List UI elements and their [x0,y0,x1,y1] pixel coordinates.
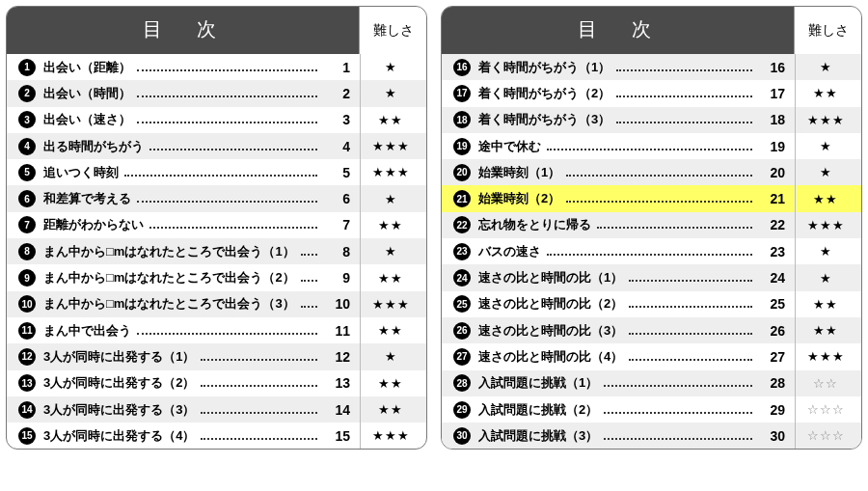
toc-row[interactable]: 29入試問題に挑戦（2）29☆☆☆ [442,396,861,423]
leader-dots [629,306,752,308]
row-title: 速さの比と時間の比（2） [478,295,623,313]
row-stars: ★★ [363,218,419,232]
toc-row[interactable]: 4出る時間がちがう4★★★ [7,133,426,159]
toc-row[interactable]: 19途中で休む19★ [442,133,861,159]
toc-row[interactable]: 10まん中から□mはなれたところで出会う（3）10★★★ [7,291,426,317]
row-title: 入試問題に挑戦（2） [478,401,598,419]
row-page: 8 [323,244,354,259]
column-divider [795,80,796,106]
toc-row[interactable]: 20始業時刻（1）20★ [442,159,861,185]
toc-row[interactable]: 8まん中から□mはなれたところで出会う（1）8★ [7,238,426,264]
leader-dots [616,95,752,97]
column-divider [795,159,796,185]
toc-row[interactable]: 123人が同時に出発する（1）12★ [7,343,426,369]
toc-row[interactable]: 9まん中から□mはなれたところで出会う（2）9★★ [7,264,426,290]
row-page: 22 [758,217,789,232]
row-title-cell: 3人が同時に出発する（4） [43,427,323,445]
toc-row[interactable]: 16着く時間がちがう（1）16★ [442,54,861,80]
row-title: 3人が同時に出発する（1） [43,348,195,366]
toc-row[interactable]: 23バスの速さ23★ [442,238,861,264]
column-divider [360,238,361,264]
toc-row[interactable]: 24速さの比と時間の比（1）24★ [442,264,861,290]
row-title: 出会い（距離） [43,59,131,76]
toc-row[interactable]: 6和差算で考える6★ [7,185,426,211]
row-number-badge: 23 [453,243,471,260]
column-divider [795,185,796,211]
row-page: 18 [758,112,789,127]
row-number-badge: 30 [453,427,471,445]
toc-row[interactable]: 17着く時間がちがう（2）17★★ [442,80,861,106]
column-divider [795,343,796,369]
toc-row[interactable]: 133人が同時に出発する（2）13★★ [7,370,426,396]
leader-dots [201,438,317,440]
column-divider [795,291,796,317]
row-page: 4 [323,139,354,154]
row-title-cell: 3人が同時に出発する（3） [43,401,323,419]
row-stars: ★ [363,86,419,100]
row-title-cell: まん中から□mはなれたところで出会う（1） [43,243,323,260]
row-page: 26 [758,323,789,339]
row-title-cell: 3人が同時に出発する（2） [43,374,323,392]
row-page: 25 [758,296,789,312]
leader-dots [149,227,317,229]
toc-row[interactable]: 25速さの比と時間の比（2）25★★ [442,291,861,317]
row-title: 途中で休む [478,138,541,155]
leader-dots [149,149,317,150]
row-page: 6 [323,191,354,206]
column-divider [360,396,361,423]
row-title-cell: まん中から□mはなれたところで出会う（3） [43,295,323,313]
column-divider [360,54,361,80]
row-title: まん中から□mはなれたところで出会う（1） [43,243,295,260]
toc-row[interactable]: 21始業時刻（2）21★★ [442,185,861,211]
toc-row[interactable]: 7距離がわからない7★★ [7,212,426,238]
row-number-badge: 12 [18,348,36,366]
leader-dots [629,359,752,361]
leader-dots [137,122,317,123]
toc-row[interactable]: 27速さの比と時間の比（4）27★★★ [442,343,861,369]
row-number-badge: 25 [453,295,471,313]
toc-row[interactable]: 26速さの比と時間の比（3）26★★ [442,317,861,343]
toc-row[interactable]: 3出会い（速さ）3★★ [7,107,426,133]
toc-row[interactable]: 18着く時間がちがう（3）18★★★ [442,107,861,133]
leader-dots [629,280,752,282]
column-divider [360,107,361,133]
row-title: 速さの比と時間の比（4） [478,348,623,366]
toc-row[interactable]: 1出会い（距離）1★ [7,54,426,80]
row-title: 忘れ物をとりに帰る [478,216,591,233]
row-page: 16 [758,60,789,75]
row-title-cell: 速さの比と時間の比（1） [478,269,758,286]
toc-row[interactable]: 28入試問題に挑戦（1）28☆☆ [442,370,861,396]
leader-dots [629,333,752,335]
row-page: 2 [323,86,354,101]
row-page: 20 [758,165,789,180]
row-title: 3人が同時に出発する（4） [43,427,195,445]
toc-row[interactable]: 11まん中で出会う11★★ [7,317,426,343]
row-title-cell: 出る時間がちがう [43,138,323,155]
row-stars: ☆☆☆ [798,428,854,443]
row-title-cell: 忘れ物をとりに帰る [478,216,758,233]
row-title-cell: 速さの比と時間の比（4） [478,348,758,366]
toc-row[interactable]: 2出会い（時間）2★ [7,80,426,106]
row-title-cell: 出会い（距離） [43,59,323,76]
column-divider [795,370,796,396]
leader-dots [547,149,752,150]
row-title: まん中で出会う [43,322,131,340]
row-number-badge: 14 [18,401,36,419]
leader-dots [137,69,317,71]
row-number-badge: 8 [18,243,36,260]
row-page: 14 [323,402,354,418]
leader-dots [566,175,752,177]
row-stars: ☆☆☆ [798,402,854,417]
toc-row[interactable]: 143人が同時に出発する（3）14★★ [7,396,426,423]
row-number-badge: 9 [18,269,36,286]
row-page: 29 [758,402,789,418]
toc-row[interactable]: 22忘れ物をとりに帰る22★★★ [442,212,861,238]
toc-row[interactable]: 153人が同時に出発する（4）15★★★ [7,423,426,449]
column-divider [795,423,796,449]
toc-row[interactable]: 30入試問題に挑戦（3）30☆☆☆ [442,423,861,449]
leader-dots [137,333,317,335]
toc-row[interactable]: 5追いつく時刻5★★★ [7,159,426,185]
row-title-cell: 入試問題に挑戦（1） [478,374,758,392]
column-divider [360,185,361,211]
row-number-badge: 13 [18,374,36,392]
